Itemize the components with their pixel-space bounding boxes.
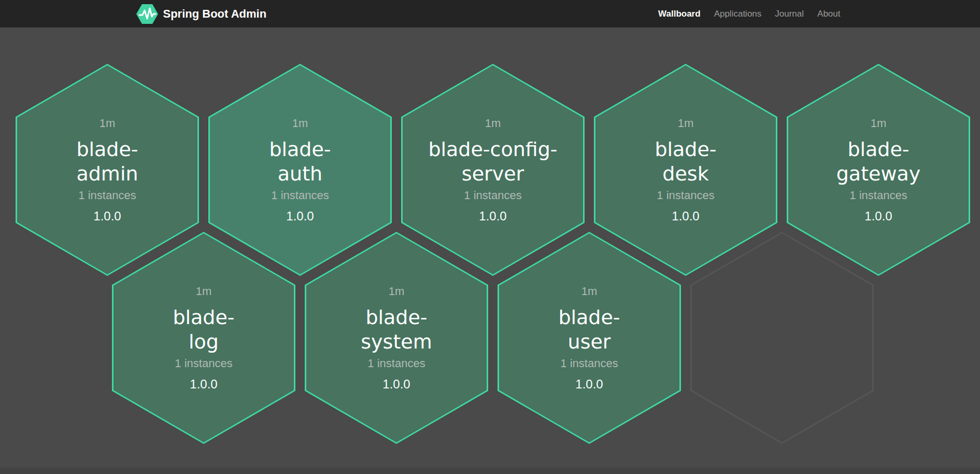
instances-label: 1 instances [271, 189, 329, 202]
nav-link-about[interactable]: About [811, 0, 847, 27]
version-label: 1.0.0 [93, 209, 121, 224]
application-name-line: blade- [558, 305, 620, 330]
instances-label: 1 instances [560, 357, 618, 370]
application-name: blade- gateway [836, 137, 921, 186]
hex-tile-body: 1m blade-config- server 1 instances 1.0.… [403, 65, 583, 274]
nav-item: About [811, 0, 847, 27]
hex-tile-blade-config-server[interactable]: 1m blade-config- server 1 instances 1.0.… [401, 64, 585, 276]
uptime-label: 1m [485, 117, 501, 130]
uptime-label: 1m [678, 117, 694, 130]
hex-tile-body: 1m blade- system 1 instances 1.0.0 [306, 233, 487, 442]
nav-item: Wallboard [651, 0, 707, 27]
application-name-line: blade- [655, 137, 716, 162]
application-name-line: user [558, 330, 620, 354]
application-name: blade- user [558, 305, 620, 354]
version-label: 1.0.0 [479, 209, 506, 224]
application-name-line: auth [269, 162, 331, 186]
application-name-line: blade- [836, 137, 921, 162]
hex-tile-blade-user[interactable]: 1m blade- user 1 instances 1.0.0 [498, 232, 681, 444]
instances-label: 1 instances [175, 357, 232, 370]
application-name-line: blade- [361, 305, 432, 330]
uptime-label: 1m [871, 117, 887, 130]
application-name: blade- system [361, 305, 432, 354]
version-label: 1.0.0 [864, 209, 892, 224]
application-name-line: blade-config- [428, 137, 557, 162]
application-name-line: server [428, 162, 557, 186]
hex-tile-body: 1m blade- admin 1 instances 1.0.0 [17, 65, 197, 274]
application-name-line: admin [76, 162, 138, 186]
hex-tile-blade-system[interactable]: 1m blade- system 1 instances 1.0.0 [305, 232, 488, 444]
uptime-label: 1m [389, 285, 405, 298]
hex-tile-blade-auth[interactable]: 1m blade- auth 1 instances 1.0.0 [208, 64, 392, 276]
spring-boot-admin-logo-icon [136, 4, 158, 24]
hex-tile-body: 1m blade- desk 1 instances 1.0.0 [595, 65, 776, 274]
hex-tile-blade-log[interactable]: 1m blade- log 1 instances 1.0.0 [112, 232, 295, 444]
wallboard: 1m blade- admin 1 instances 1.0.0 1m bla… [0, 27, 980, 468]
instances-label: 1 instances [367, 357, 425, 370]
application-name-line: blade- [269, 137, 331, 162]
version-label: 1.0.0 [382, 377, 410, 392]
application-name: blade-config- server [428, 137, 557, 186]
application-name: blade- admin [76, 137, 138, 186]
uptime-label: 1m [581, 285, 598, 298]
application-name-line: blade- [76, 137, 138, 162]
brand[interactable]: Spring Boot Admin [136, 4, 267, 24]
nav-item: Journal [768, 0, 811, 27]
application-name-line: system [361, 330, 432, 354]
application-name: blade- desk [655, 137, 716, 186]
uptime-label: 1m [100, 117, 116, 130]
nav-item: Applications [707, 0, 769, 27]
hex-tile-blade-desk[interactable]: 1m blade- desk 1 instances 1.0.0 [594, 64, 777, 276]
uptime-label: 1m [292, 117, 308, 130]
hex-tile-empty-placeholder [690, 232, 874, 444]
nav-links: Wallboard Applications Journal About [651, 0, 847, 27]
application-name-line: desk [655, 162, 716, 186]
hex-tile-body: 1m blade- log 1 instances 1.0.0 [113, 233, 294, 442]
instances-label: 1 instances [464, 189, 521, 202]
version-label: 1.0.0 [286, 209, 314, 224]
navbar-container: Spring Boot Admin Wallboard Applications… [136, 0, 844, 27]
application-name: blade- log [173, 305, 234, 354]
version-label: 1.0.0 [575, 377, 603, 392]
nav-link-applications[interactable]: Applications [707, 0, 769, 27]
hex-tile-blade-admin[interactable]: 1m blade- admin 1 instances 1.0.0 [16, 64, 199, 276]
top-navbar: Spring Boot Admin Wallboard Applications… [0, 0, 980, 27]
instances-label: 1 instances [78, 189, 136, 202]
application-name-line: gateway [836, 162, 921, 186]
instances-label: 1 instances [849, 189, 907, 202]
nav-link-wallboard[interactable]: Wallboard [651, 0, 707, 27]
uptime-label: 1m [196, 285, 212, 298]
application-name: blade- auth [269, 137, 331, 186]
page-bottom-strip [0, 468, 980, 474]
instances-label: 1 instances [657, 189, 714, 202]
hex-tile-empty-body [692, 233, 872, 442]
hex-tile-blade-gateway[interactable]: 1m blade- gateway 1 instances 1.0.0 [787, 64, 970, 276]
application-name-line: log [173, 330, 234, 354]
application-name-line: blade- [173, 305, 234, 330]
nav-link-journal[interactable]: Journal [768, 0, 811, 27]
hex-tile-body: 1m blade- user 1 instances 1.0.0 [499, 233, 679, 442]
version-label: 1.0.0 [672, 209, 699, 224]
hex-tile-body: 1m blade- gateway 1 instances 1.0.0 [788, 65, 969, 274]
hex-tile-body: 1m blade- auth 1 instances 1.0.0 [210, 65, 390, 274]
brand-title: Spring Boot Admin [163, 7, 267, 21]
version-label: 1.0.0 [190, 377, 217, 392]
